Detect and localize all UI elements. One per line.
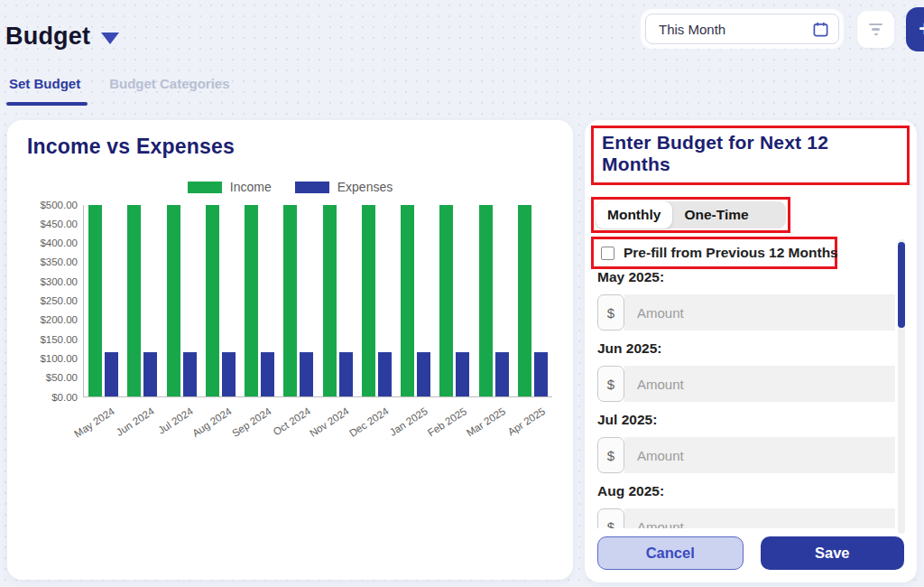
income-vs-expenses-card: Income vs Expenses IncomeExpenses $0.00$…: [7, 120, 573, 580]
amount-group: $: [597, 508, 895, 528]
bar-group: [435, 205, 474, 396]
y-tick-label: $150.00: [40, 334, 78, 345]
y-tick-label: $450.00: [40, 219, 78, 229]
tab-set-budget[interactable]: Set Budget: [9, 76, 80, 106]
bar-group: [396, 205, 435, 396]
bars: [84, 205, 552, 396]
month-entry: Jul 2025:$: [597, 412, 895, 473]
prefill-checkbox[interactable]: [601, 247, 614, 260]
bar-expenses: [417, 352, 430, 396]
bar-income: [167, 205, 180, 396]
y-tick-label: $500.00: [40, 200, 78, 210]
chart-title: Income vs Expenses: [27, 135, 235, 159]
scrollbar-thumb[interactable]: [898, 242, 905, 328]
bar-group: [201, 205, 240, 396]
legend-swatch-expenses: [295, 182, 329, 193]
plus-icon: +: [919, 17, 924, 42]
bar-group: [162, 205, 201, 396]
amount-group: $: [597, 294, 895, 331]
y-tick-label: $200.00: [40, 314, 78, 325]
page-title-text: Budget: [5, 23, 90, 51]
filter-button[interactable]: [857, 11, 894, 48]
chart-legend: IncomeExpenses: [7, 180, 573, 194]
currency-prefix: $: [597, 508, 624, 528]
x-tick-label: Aug 2024: [190, 405, 234, 439]
bar-expenses: [378, 352, 392, 396]
save-button[interactable]: Save: [761, 536, 905, 570]
currency-prefix: $: [597, 437, 624, 473]
bar-income: [479, 205, 493, 396]
amount-group: $: [597, 366, 895, 402]
month-label: Jul 2025:: [597, 412, 895, 428]
panel-heading: Enter Budget for Next 12 Months: [602, 132, 900, 176]
y-tick-label: $300.00: [40, 276, 78, 287]
y-tick-label: $50.00: [46, 372, 78, 383]
bar-income: [88, 205, 102, 396]
month-list[interactable]: May 2025:$Jun 2025:$Jul 2025:$Aug 2025:$: [597, 269, 895, 528]
x-tick-label: May 2024: [72, 405, 116, 440]
date-range-select[interactable]: This Month: [645, 14, 839, 44]
bar-income: [362, 205, 375, 396]
legend-label: Expenses: [337, 180, 393, 194]
panel-buttons: Cancel Save: [597, 536, 904, 570]
toggle-one-time[interactable]: One-Time: [672, 201, 760, 228]
bar-group: [513, 205, 552, 396]
bar-group: [319, 205, 357, 396]
x-tick-label: Mar 2025: [465, 405, 507, 439]
chevron-down-icon[interactable]: [101, 33, 119, 44]
filter-icon: [869, 23, 882, 26]
add-button[interactable]: +: [906, 7, 924, 51]
bar-expenses: [261, 352, 274, 396]
bar-income: [283, 205, 297, 396]
bar-income: [206, 205, 219, 396]
page-title: Budget: [5, 23, 119, 51]
bar-group: [84, 205, 123, 396]
x-tick-label: Jan 2025: [388, 405, 430, 438]
bar-income: [323, 205, 337, 396]
bar-expenses: [534, 352, 548, 396]
x-tick-label: Apr 2025: [505, 405, 547, 437]
amount-group: $: [597, 437, 895, 473]
month-label: May 2025:: [597, 269, 895, 285]
scrollbar-track[interactable]: [898, 239, 905, 534]
y-tick-label: $400.00: [40, 238, 78, 248]
bar-group: [279, 205, 318, 396]
amount-input[interactable]: [624, 508, 895, 528]
currency-prefix: $: [597, 294, 624, 331]
legend-label: Income: [230, 180, 272, 194]
month-label: Aug 2025:: [597, 483, 895, 499]
chart-plot-area: [83, 205, 552, 397]
bar-group: [123, 205, 162, 396]
frequency-toggle: Monthly One-Time: [596, 201, 786, 228]
y-tick-label: $100.00: [40, 353, 78, 364]
budget-page: Budget This Month + Set Budget Budget Ca…: [0, 0, 924, 587]
y-tick-label: $350.00: [40, 256, 78, 267]
x-tick-label: Oct 2024: [271, 405, 312, 437]
bar-expenses: [105, 352, 118, 396]
bar-expenses: [143, 352, 157, 396]
legend-item: Income: [188, 180, 272, 194]
x-tick-label: Jun 2024: [114, 405, 155, 438]
x-axis-labels: May 2024Jun 2024Jul 2024Aug 2024Sep 2024…: [83, 401, 552, 455]
budget-entry-panel: Enter Budget for Next 12 Months Monthly …: [585, 120, 917, 582]
tab-bar: Set Budget Budget Categories: [9, 76, 230, 106]
month-entry: Aug 2025:$: [597, 483, 895, 528]
x-tick-label: Nov 2024: [308, 405, 351, 439]
amount-input[interactable]: [624, 366, 895, 402]
bar-group: [240, 205, 279, 396]
month-entry: May 2025:$: [597, 269, 895, 331]
amount-input[interactable]: [624, 294, 895, 331]
tab-budget-categories[interactable]: Budget Categories: [109, 76, 229, 106]
month-entry: Jun 2025:$: [597, 340, 895, 402]
bar-expenses: [495, 352, 509, 396]
cancel-button[interactable]: Cancel: [597, 536, 744, 570]
month-label: Jun 2025:: [597, 340, 895, 357]
amount-input[interactable]: [624, 437, 895, 473]
toggle-annotation-box: Monthly One-Time: [591, 197, 790, 233]
bar-expenses: [456, 352, 469, 396]
toggle-monthly[interactable]: Monthly: [596, 201, 672, 228]
x-tick-label: Jul 2024: [156, 405, 195, 436]
bar-expenses: [222, 352, 236, 396]
bar-income: [401, 205, 414, 396]
bar-group: [357, 205, 396, 396]
